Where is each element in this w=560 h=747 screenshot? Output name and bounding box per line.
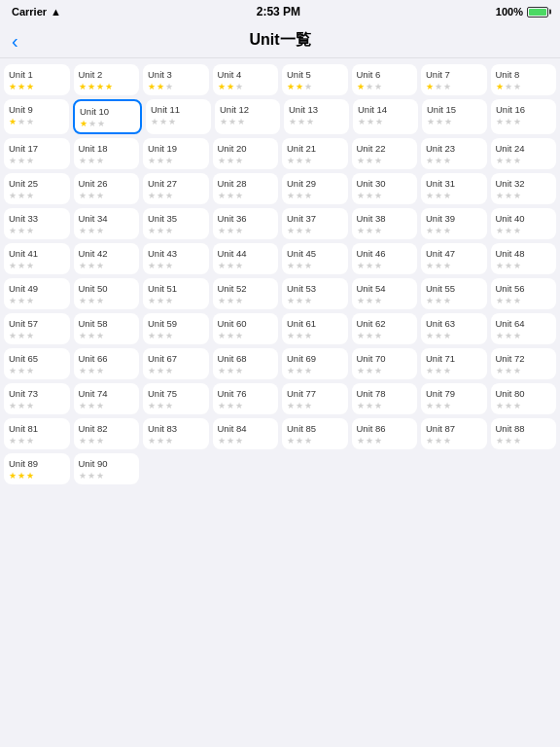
star-icon: ★	[96, 226, 104, 235]
unit-card[interactable]: Unit 64 ★★★	[491, 313, 557, 344]
unit-card[interactable]: Unit 6 ★★★	[352, 64, 418, 95]
back-button[interactable]: ‹	[12, 31, 18, 51]
unit-card[interactable]: Unit 28 ★★★	[213, 173, 279, 204]
unit-card[interactable]: Unit 4 ★★★	[213, 64, 279, 95]
unit-card[interactable]: Unit 35 ★★★	[143, 208, 209, 239]
unit-card[interactable]: Unit 44 ★★★	[213, 243, 279, 274]
unit-card[interactable]: Unit 1 ★★★	[4, 64, 70, 95]
unit-stars: ★★★	[287, 331, 344, 340]
unit-card[interactable]: Unit 13 ★★★	[284, 99, 349, 134]
unit-card[interactable]: Unit 5 ★★★	[282, 64, 348, 95]
unit-card[interactable]: Unit 87 ★★★	[421, 418, 487, 449]
unit-card[interactable]: Unit 89 ★★★	[4, 453, 70, 484]
unit-stars: ★★★	[148, 366, 205, 375]
unit-card[interactable]: Unit 20 ★★★	[213, 138, 279, 169]
unit-card[interactable]: Unit 9 ★★★	[4, 99, 69, 134]
unit-card[interactable]: Unit 29 ★★★	[282, 173, 348, 204]
unit-card[interactable]: Unit 36 ★★★	[213, 208, 279, 239]
star-icon: ★	[26, 296, 34, 305]
unit-card[interactable]: Unit 52 ★★★	[213, 278, 279, 309]
unit-card[interactable]: Unit 12 ★★★	[215, 99, 280, 134]
unit-card[interactable]: Unit 79 ★★★	[421, 383, 487, 414]
unit-card[interactable]: Unit 86 ★★★	[352, 418, 418, 449]
unit-card[interactable]: Unit 11 ★★★	[146, 99, 211, 134]
unit-card[interactable]: Unit 70 ★★★	[352, 348, 418, 379]
unit-card[interactable]: Unit 26 ★★★	[74, 173, 140, 204]
unit-card[interactable]: Unit 43 ★★★	[143, 243, 209, 274]
unit-card[interactable]: Unit 25 ★★★	[4, 173, 70, 204]
unit-card[interactable]: Unit 40 ★★★	[491, 208, 557, 239]
unit-card[interactable]: Unit 88 ★★★	[491, 418, 557, 449]
unit-card[interactable]: Unit 8 ★★★	[491, 64, 557, 95]
unit-card[interactable]: Unit 65 ★★★	[4, 348, 70, 379]
unit-card[interactable]: Unit 60 ★★★	[213, 313, 279, 344]
unit-card[interactable]: Unit 33 ★★★	[4, 208, 70, 239]
unit-card[interactable]: Unit 23 ★★★	[421, 138, 487, 169]
unit-card[interactable]: Unit 2 ★★★★	[74, 64, 140, 95]
unit-card[interactable]: Unit 7 ★★★	[421, 64, 487, 95]
unit-card[interactable]: Unit 74 ★★★	[74, 383, 140, 414]
unit-card[interactable]: Unit 39 ★★★	[421, 208, 487, 239]
unit-card[interactable]: Unit 69 ★★★	[282, 348, 348, 379]
unit-card[interactable]: Unit 71 ★★★	[421, 348, 487, 379]
unit-card[interactable]: Unit 46 ★★★	[352, 243, 418, 274]
unit-card[interactable]: Unit 37 ★★★	[282, 208, 348, 239]
unit-card[interactable]: Unit 18 ★★★	[74, 138, 140, 169]
unit-card[interactable]: Unit 50 ★★★	[74, 278, 140, 309]
unit-card[interactable]: Unit 49 ★★★	[4, 278, 70, 309]
unit-card[interactable]: Unit 73 ★★★	[4, 383, 70, 414]
unit-card[interactable]: Unit 63 ★★★	[421, 313, 487, 344]
unit-card[interactable]: Unit 41 ★★★	[4, 243, 70, 274]
unit-card[interactable]: Unit 42 ★★★	[74, 243, 140, 274]
unit-card[interactable]: Unit 58 ★★★	[74, 313, 140, 344]
unit-card[interactable]: Unit 15 ★★★	[422, 99, 487, 134]
unit-card[interactable]: Unit 34 ★★★	[74, 208, 140, 239]
unit-card[interactable]: Unit 38 ★★★	[352, 208, 418, 239]
unit-card[interactable]: Unit 31 ★★★	[421, 173, 487, 204]
unit-card[interactable]: Unit 32 ★★★	[491, 173, 557, 204]
star-icon: ★	[505, 436, 512, 445]
unit-card[interactable]: Unit 10 ★★★	[73, 99, 142, 134]
unit-card[interactable]: Unit 75 ★★★	[143, 383, 209, 414]
unit-card[interactable]: Unit 14 ★★★	[353, 99, 418, 134]
unit-card[interactable]: Unit 17 ★★★	[4, 138, 70, 169]
unit-card[interactable]: Unit 78 ★★★	[352, 383, 418, 414]
unit-name: Unit 54	[357, 283, 414, 294]
unit-name: Unit 6	[357, 69, 414, 80]
unit-card[interactable]: Unit 56 ★★★	[491, 278, 557, 309]
unit-card[interactable]: Unit 81 ★★★	[4, 418, 70, 449]
unit-card[interactable]: Unit 62 ★★★	[352, 313, 418, 344]
unit-card[interactable]: Unit 48 ★★★	[491, 243, 557, 274]
unit-card[interactable]: Unit 85 ★★★	[282, 418, 348, 449]
unit-card[interactable]: Unit 84 ★★★	[213, 418, 279, 449]
unit-card[interactable]: Unit 45 ★★★	[282, 243, 348, 274]
star-icon: ★	[443, 226, 451, 235]
unit-card[interactable]: Unit 80 ★★★	[491, 383, 557, 414]
unit-card[interactable]: Unit 3 ★★★	[143, 64, 209, 95]
unit-card[interactable]: Unit 72 ★★★	[491, 348, 557, 379]
unit-card[interactable]: Unit 19 ★★★	[143, 138, 209, 169]
unit-card[interactable]: Unit 51 ★★★	[143, 278, 209, 309]
unit-card[interactable]: Unit 47 ★★★	[421, 243, 487, 274]
star-icon: ★	[505, 261, 512, 270]
unit-card[interactable]: Unit 82 ★★★	[74, 418, 140, 449]
unit-card[interactable]: Unit 22 ★★★	[352, 138, 418, 169]
unit-card[interactable]: Unit 21 ★★★	[282, 138, 348, 169]
unit-card[interactable]: Unit 24 ★★★	[491, 138, 557, 169]
unit-card[interactable]: Unit 57 ★★★	[4, 313, 70, 344]
unit-card[interactable]: Unit 59 ★★★	[143, 313, 209, 344]
unit-card[interactable]: Unit 66 ★★★	[74, 348, 140, 379]
unit-card[interactable]: Unit 77 ★★★	[282, 383, 348, 414]
unit-card[interactable]: Unit 90 ★★★	[74, 453, 140, 484]
unit-card[interactable]: Unit 61 ★★★	[282, 313, 348, 344]
unit-card[interactable]: Unit 27 ★★★	[143, 173, 209, 204]
unit-card[interactable]: Unit 83 ★★★	[143, 418, 209, 449]
unit-card[interactable]: Unit 68 ★★★	[213, 348, 279, 379]
unit-card[interactable]: Unit 30 ★★★	[352, 173, 418, 204]
unit-card[interactable]: Unit 53 ★★★	[282, 278, 348, 309]
unit-card[interactable]: Unit 54 ★★★	[352, 278, 418, 309]
unit-card[interactable]: Unit 67 ★★★	[143, 348, 209, 379]
unit-card[interactable]: Unit 55 ★★★	[421, 278, 487, 309]
unit-card[interactable]: Unit 76 ★★★	[213, 383, 279, 414]
unit-card[interactable]: Unit 16 ★★★	[491, 99, 556, 134]
